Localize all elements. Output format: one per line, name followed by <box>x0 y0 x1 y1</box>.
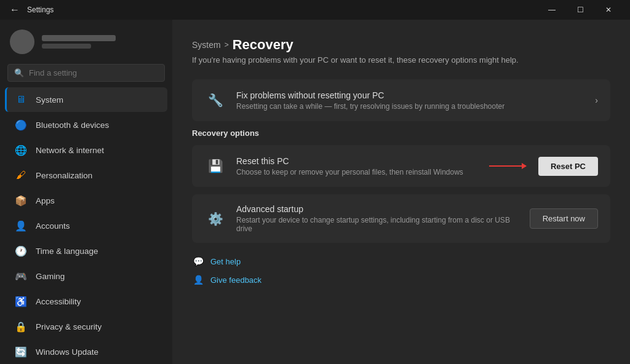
reset-pc-button[interactable]: Reset PC <box>538 157 598 176</box>
main-content: System > Recovery If you're having probl… <box>172 20 630 364</box>
help-section: 💬 Get help 👤 Give feedback <box>192 255 610 286</box>
privacy-icon: 🔒 <box>15 320 27 333</box>
app-body: 🔍 🖥System🔵Bluetooth & devices🌐Network & … <box>0 20 630 364</box>
network-icon: 🌐 <box>15 144 27 156</box>
get-help-label: Get help <box>210 257 241 266</box>
sidebar-label-windows-update: Windows Update <box>36 347 98 357</box>
bluetooth-icon: 🔵 <box>15 119 27 131</box>
sidebar-item-accessibility[interactable]: ♿Accessibility <box>5 289 167 314</box>
chevron-right-icon: › <box>595 95 598 105</box>
sidebar-item-system[interactable]: 🖥System <box>5 87 167 112</box>
user-section <box>0 20 172 61</box>
minimize-button[interactable]: — <box>538 0 566 20</box>
fix-problems-card[interactable]: 🔧 Fix problems without resetting your PC… <box>192 79 610 121</box>
sidebar-item-personalization[interactable]: 🖌Personalization <box>5 163 167 188</box>
sidebar-label-gaming: Gaming <box>36 272 65 281</box>
restart-now-button[interactable]: Restart now <box>530 208 598 229</box>
give-feedback-icon: 👤 <box>192 274 204 286</box>
sidebar-item-network[interactable]: 🌐Network & internet <box>5 138 167 162</box>
sidebar-item-apps[interactable]: 📦Apps <box>5 188 167 213</box>
gaming-icon: 🎮 <box>15 270 27 282</box>
app-title: Settings <box>27 6 538 14</box>
sidebar-item-time[interactable]: 🕐Time & language <box>5 239 167 263</box>
fix-card-title: Fix problems without resetting your PC <box>236 90 585 100</box>
sidebar-item-accounts[interactable]: 👤Accounts <box>5 213 167 238</box>
close-button[interactable]: ✕ <box>594 0 623 20</box>
accounts-icon: 👤 <box>15 220 27 232</box>
sidebar-label-bluetooth: Bluetooth & devices <box>36 121 109 130</box>
sidebar-label-system: System <box>36 95 63 105</box>
get-help-icon: 💬 <box>192 255 204 267</box>
search-icon: 🔍 <box>14 68 24 77</box>
sidebar-label-accounts: Accounts <box>36 221 70 231</box>
get-help-link[interactable]: 💬 Get help <box>192 255 241 267</box>
reset-icon: 💾 <box>204 155 226 177</box>
search-input[interactable] <box>29 68 158 77</box>
page-title: Recovery <box>233 37 293 53</box>
personalization-icon: 🖌 <box>15 169 27 181</box>
sidebar-label-personalization: Personalization <box>36 171 92 180</box>
sidebar-item-privacy[interactable]: 🔒Privacy & security <box>5 314 167 339</box>
back-button[interactable]: ← <box>7 2 22 17</box>
reset-pc-card: 💾 Reset this PC Choose to keep or remove… <box>192 145 610 187</box>
sidebar-label-apps: Apps <box>36 196 55 205</box>
sidebar-item-bluetooth[interactable]: 🔵Bluetooth & devices <box>5 113 167 137</box>
give-feedback-label: Give feedback <box>210 275 261 285</box>
advanced-startup-card: ⚙️ Advanced startup Restart your device … <box>192 194 610 243</box>
sidebar-label-network: Network & internet <box>36 146 104 155</box>
sidebar: 🔍 🖥System🔵Bluetooth & devices🌐Network & … <box>0 20 172 364</box>
breadcrumb-sep: > <box>225 41 229 49</box>
recovery-section-label: Recovery options <box>192 129 610 138</box>
sidebar-item-windows-update[interactable]: 🔄Windows Update <box>5 339 167 364</box>
advanced-startup-icon: ⚙️ <box>204 208 226 230</box>
reset-card-title: Reset this PC <box>236 156 479 166</box>
user-email <box>42 44 91 49</box>
time-icon: 🕐 <box>15 245 27 257</box>
nav-list: 🖥System🔵Bluetooth & devices🌐Network & in… <box>0 87 172 364</box>
avatar <box>10 30 34 54</box>
sidebar-label-privacy: Privacy & security <box>36 322 102 331</box>
sidebar-item-gaming[interactable]: 🎮Gaming <box>5 264 167 288</box>
window-controls: — ☐ ✕ <box>538 0 623 20</box>
apps-icon: 📦 <box>15 194 27 207</box>
give-feedback-link[interactable]: 👤 Give feedback <box>192 274 261 286</box>
page-description: If you're having problems with your PC o… <box>192 55 610 65</box>
accessibility-icon: ♿ <box>15 295 27 307</box>
titlebar: ← Settings — ☐ ✕ <box>0 0 630 20</box>
reset-card-desc: Choose to keep or remove your personal f… <box>236 168 479 176</box>
fix-icon: 🔧 <box>204 89 226 111</box>
fix-card-desc: Resetting can take a while — first, try … <box>236 102 585 111</box>
windows-update-icon: 🔄 <box>15 346 27 358</box>
breadcrumb: System > Recovery <box>192 37 610 53</box>
system-icon: 🖥 <box>15 93 27 106</box>
advanced-startup-title: Advanced startup <box>236 204 520 214</box>
search-box[interactable]: 🔍 <box>7 64 165 82</box>
arrow-indicator <box>489 165 526 167</box>
advanced-startup-desc: Restart your device to change startup se… <box>236 216 520 233</box>
breadcrumb-parent: System <box>192 40 221 50</box>
user-name <box>42 35 116 41</box>
maximize-button[interactable]: ☐ <box>566 0 594 20</box>
sidebar-label-accessibility: Accessibility <box>36 297 81 306</box>
sidebar-label-time: Time & language <box>36 247 98 256</box>
